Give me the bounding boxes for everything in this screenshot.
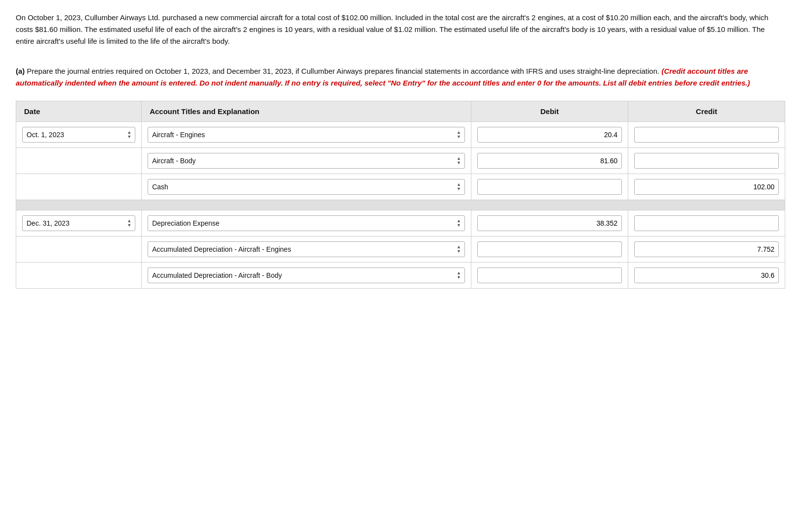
- part-a-label: (a): [16, 67, 25, 75]
- date-select-3[interactable]: Oct. 1, 2023Dec. 31, 2023No Entry: [22, 215, 135, 231]
- credit-cell-1: [628, 148, 785, 174]
- date-cell-3: Oct. 1, 2023Dec. 31, 2023No Entry▲▼: [16, 210, 142, 236]
- intro-paragraph: On October 1, 2023, Cullumber Airways Lt…: [16, 12, 785, 47]
- table-row: Aircraft - EnginesAircraft - BodyCashDep…: [16, 263, 785, 289]
- row-spacer: [16, 200, 785, 210]
- date-cell-0: Oct. 1, 2023Dec. 31, 2023No Entry▲▼: [16, 122, 142, 148]
- credit-cell-4: [628, 236, 785, 263]
- account-cell-0: Aircraft - EnginesAircraft - BodyCashDep…: [142, 122, 471, 148]
- debit-cell-3: [471, 210, 628, 236]
- debit-cell-4: [471, 236, 628, 263]
- account-select-0[interactable]: Aircraft - EnginesAircraft - BodyCashDep…: [148, 127, 465, 143]
- credit-input-1[interactable]: [634, 153, 779, 169]
- table-row: Aircraft - EnginesAircraft - BodyCashDep…: [16, 174, 785, 200]
- journal-table: Date Account Titles and Explanation Debi…: [16, 101, 785, 289]
- debit-cell-2: [471, 174, 628, 200]
- col-header-date: Date: [16, 101, 142, 122]
- date-select-0[interactable]: Oct. 1, 2023Dec. 31, 2023No Entry: [22, 127, 135, 143]
- account-select-wrapper-3: Aircraft - EnginesAircraft - BodyCashDep…: [148, 215, 465, 231]
- account-select-1[interactable]: Aircraft - EnginesAircraft - BodyCashDep…: [148, 153, 465, 169]
- debit-input-0[interactable]: [477, 127, 622, 143]
- credit-input-2[interactable]: [634, 179, 779, 195]
- debit-input-1[interactable]: [477, 153, 622, 169]
- table-row: Oct. 1, 2023Dec. 31, 2023No Entry▲▼Aircr…: [16, 210, 785, 236]
- account-select-wrapper-4: Aircraft - EnginesAircraft - BodyCashDep…: [148, 241, 465, 257]
- account-select-4[interactable]: Aircraft - EnginesAircraft - BodyCashDep…: [148, 241, 465, 257]
- account-select-wrapper-2: Aircraft - EnginesAircraft - BodyCashDep…: [148, 179, 465, 195]
- credit-cell-5: [628, 263, 785, 289]
- table-row: Aircraft - EnginesAircraft - BodyCashDep…: [16, 148, 785, 174]
- debit-input-4[interactable]: [477, 241, 622, 257]
- account-select-2[interactable]: Aircraft - EnginesAircraft - BodyCashDep…: [148, 179, 465, 195]
- date-select-wrapper-3: Oct. 1, 2023Dec. 31, 2023No Entry▲▼: [22, 215, 135, 231]
- date-cell-5: [16, 263, 142, 289]
- credit-cell-2: [628, 174, 785, 200]
- debit-input-2[interactable]: [477, 179, 622, 195]
- date-cell-1: [16, 148, 142, 174]
- account-select-wrapper-5: Aircraft - EnginesAircraft - BodyCashDep…: [148, 267, 465, 283]
- date-cell-4: [16, 236, 142, 263]
- part-a-instructions: (a) Prepare the journal entries required…: [16, 65, 785, 89]
- table-row: Aircraft - EnginesAircraft - BodyCashDep…: [16, 236, 785, 263]
- debit-cell-5: [471, 263, 628, 289]
- debit-input-5[interactable]: [477, 267, 622, 283]
- account-cell-2: Aircraft - EnginesAircraft - BodyCashDep…: [142, 174, 471, 200]
- col-header-credit: Credit: [628, 101, 785, 122]
- credit-input-3[interactable]: [634, 215, 779, 231]
- date-select-wrapper-0: Oct. 1, 2023Dec. 31, 2023No Entry▲▼: [22, 127, 135, 143]
- table-row: Oct. 1, 2023Dec. 31, 2023No Entry▲▼Aircr…: [16, 122, 785, 148]
- credit-input-5[interactable]: [634, 267, 779, 283]
- account-cell-4: Aircraft - EnginesAircraft - BodyCashDep…: [142, 236, 471, 263]
- credit-cell-0: [628, 122, 785, 148]
- account-select-wrapper-1: Aircraft - EnginesAircraft - BodyCashDep…: [148, 153, 465, 169]
- account-cell-3: Aircraft - EnginesAircraft - BodyCashDep…: [142, 210, 471, 236]
- credit-input-0[interactable]: [634, 127, 779, 143]
- account-select-5[interactable]: Aircraft - EnginesAircraft - BodyCashDep…: [148, 267, 465, 283]
- date-cell-2: [16, 174, 142, 200]
- col-header-debit: Debit: [471, 101, 628, 122]
- account-select-3[interactable]: Aircraft - EnginesAircraft - BodyCashDep…: [148, 215, 465, 231]
- account-cell-1: Aircraft - EnginesAircraft - BodyCashDep…: [142, 148, 471, 174]
- col-header-account: Account Titles and Explanation: [142, 101, 471, 122]
- part-a-plain-text: Prepare the journal entries required on …: [27, 67, 660, 75]
- debit-input-3[interactable]: [477, 215, 622, 231]
- debit-cell-0: [471, 122, 628, 148]
- credit-cell-3: [628, 210, 785, 236]
- credit-input-4[interactable]: [634, 241, 779, 257]
- account-select-wrapper-0: Aircraft - EnginesAircraft - BodyCashDep…: [148, 127, 465, 143]
- account-cell-5: Aircraft - EnginesAircraft - BodyCashDep…: [142, 263, 471, 289]
- debit-cell-1: [471, 148, 628, 174]
